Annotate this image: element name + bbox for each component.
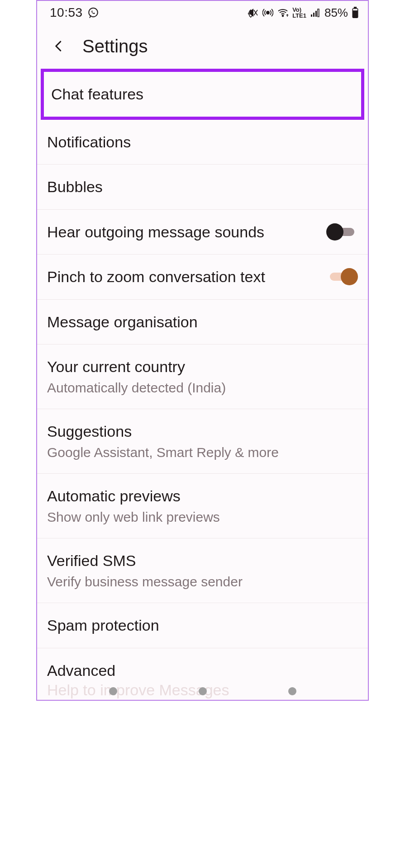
nav-recents[interactable] [109,687,117,695]
row-automatic-previews[interactable]: Automatic previews Show only web link pr… [37,474,368,538]
row-pinch-zoom[interactable]: Pinch to zoom conversation text [37,255,368,300]
row-current-country[interactable]: Your current country Automatically detec… [37,344,368,409]
row-sublabel: Google Assistant, Smart Reply & more [47,444,279,461]
row-label: Automatic previews [47,486,220,506]
nav-home[interactable] [199,687,207,695]
toggle-thumb [326,223,343,241]
row-hear-sounds[interactable]: Hear outgoing message sounds [37,210,368,255]
battery-icon [352,7,359,19]
whatsapp-icon [87,7,99,19]
wifi-icon [277,7,289,18]
row-sublabel: Automatically detected (India) [47,379,226,396]
row-label: Advanced [47,661,115,680]
row-message-organisation[interactable]: Message organisation [37,300,368,345]
row-label: Pinch to zoom conversation text [47,267,265,287]
lte-icon: Vo) LTE1 [292,7,306,19]
row-verified-sms[interactable]: Verified SMS Verify business message sen… [37,538,368,603]
chevron-left-icon [52,39,66,53]
hotspot-icon [262,7,273,18]
svg-rect-4 [313,13,314,17]
back-button[interactable] [48,35,70,57]
svg-rect-5 [315,11,317,17]
row-label: Suggestions [47,422,279,441]
toggle-hear-sounds[interactable] [326,223,358,241]
row-label: Bubbles [47,177,103,197]
svg-point-1 [267,11,269,14]
svg-point-0 [89,8,98,17]
phone-frame: 10:53 [36,0,369,701]
highlight-annotation: Chat features [41,69,364,120]
row-label: Message organisation [47,312,198,332]
svg-point-2 [282,15,284,17]
status-bar: 10:53 [37,1,368,23]
row-label: Verified SMS [47,551,243,571]
row-label: Chat features [51,85,143,104]
svg-rect-6 [318,9,319,17]
row-label: Hear outgoing message sounds [47,222,264,242]
signal-icon [310,7,321,18]
app-bar: Settings [37,23,368,67]
page-title: Settings [82,36,148,57]
nav-back[interactable] [288,687,296,695]
row-sublabel: Verify business message sender [47,573,243,590]
row-spam-protection[interactable]: Spam protection [37,603,368,648]
row-sublabel: Show only web link previews [47,509,220,526]
nav-bar [37,687,368,695]
row-notifications[interactable]: Notifications [37,120,368,165]
row-label: Spam protection [47,616,159,635]
row-suggestions[interactable]: Suggestions Google Assistant, Smart Repl… [37,409,368,474]
toggle-pinch-zoom[interactable] [326,268,358,285]
svg-rect-8 [354,7,357,8]
status-time: 10:53 [50,5,83,20]
row-bubbles[interactable]: Bubbles [37,165,368,210]
svg-rect-9 [353,9,357,10]
row-label: Notifications [47,132,131,152]
row-chat-features[interactable]: Chat features [44,72,361,117]
svg-rect-3 [311,14,312,17]
vibrate-icon [248,7,259,18]
battery-percentage: 85% [324,6,348,20]
row-label: Your current country [47,357,226,377]
toggle-thumb [341,268,358,285]
